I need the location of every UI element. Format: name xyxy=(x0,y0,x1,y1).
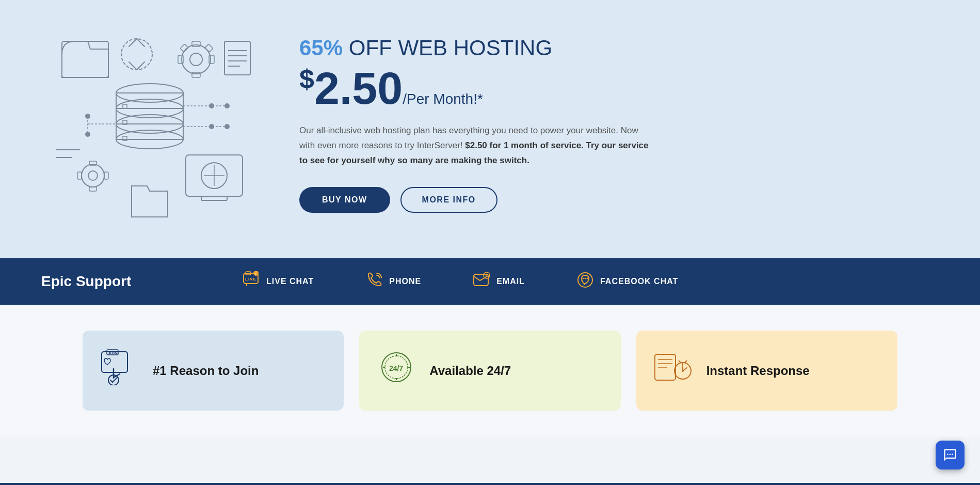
buy-now-button[interactable]: BUY NOW xyxy=(299,187,390,213)
facebook-chat-icon xyxy=(576,271,594,292)
instant-response-label: Instant Response xyxy=(706,364,810,378)
reason-to-join-label: #1 Reason to Join xyxy=(153,364,259,378)
svg-point-81 xyxy=(682,370,684,372)
chat-bubble-button[interactable] xyxy=(936,441,965,470)
available-24-7-label: Available 24/7 xyxy=(429,364,511,378)
epic-support-title: Epic Support xyxy=(41,273,217,290)
svg-point-82 xyxy=(947,453,949,455)
svg-rect-40 xyxy=(104,172,108,179)
svg-rect-22 xyxy=(123,104,127,108)
discount-rest: OFF WEB HOSTING xyxy=(343,36,552,60)
facebook-chat-item[interactable]: FACEBOOK CHAT xyxy=(551,258,704,305)
svg-point-84 xyxy=(952,453,953,455)
svg-line-78 xyxy=(685,361,687,363)
svg-point-36 xyxy=(88,171,98,180)
facebook-chat-label: FACEBOOK CHAT xyxy=(600,277,678,286)
svg-point-3 xyxy=(190,53,202,66)
instant-response-card: Instant Response xyxy=(636,331,897,411)
email-icon: @ xyxy=(473,271,490,292)
reason-to-join-icon: JOIN xyxy=(99,349,140,392)
hero-price: $2.50/Per Month!* xyxy=(299,66,671,111)
svg-rect-9 xyxy=(205,44,213,52)
phone-item[interactable]: PHONE xyxy=(340,258,447,305)
svg-text:JOIN: JOIN xyxy=(108,351,118,355)
hero-illustration xyxy=(41,26,258,222)
per-month-label: /Per Month!* xyxy=(403,91,483,107)
svg-rect-71 xyxy=(655,354,676,380)
svg-text:24/7: 24/7 xyxy=(389,364,403,372)
live-chat-icon: LIVE ! xyxy=(243,271,260,292)
phone-icon xyxy=(365,271,383,292)
chat-bubble-icon xyxy=(943,448,957,462)
more-info-button[interactable]: MORE INFO xyxy=(400,187,497,213)
svg-rect-0 xyxy=(62,41,108,77)
svg-rect-39 xyxy=(77,172,82,179)
svg-point-83 xyxy=(950,453,951,455)
phone-label: PHONE xyxy=(389,277,421,286)
available-24-7-card: 24/7 Available 24/7 xyxy=(359,331,620,411)
svg-point-58 xyxy=(584,277,586,279)
svg-point-35 xyxy=(82,164,104,187)
svg-point-1 xyxy=(121,39,152,70)
discount-percentage: 65% xyxy=(299,36,343,60)
dollar-sign: $ xyxy=(299,64,314,94)
cards-section: JOIN #1 Reason to Join 24/7 Avail xyxy=(0,305,980,436)
svg-point-59 xyxy=(586,277,588,279)
svg-rect-45 xyxy=(201,196,227,200)
svg-text:!: ! xyxy=(255,272,256,275)
hero-description: Our all-inclusive web hosting plan has e… xyxy=(299,123,650,168)
reason-to-join-card: JOIN #1 Reason to Join xyxy=(83,331,344,411)
email-label: EMAIL xyxy=(496,277,525,286)
hero-section: 65% OFF WEB HOSTING $2.50/Per Month!* Ou… xyxy=(0,0,980,258)
hero-discount-title: 65% OFF WEB HOSTING xyxy=(299,36,671,60)
support-items-list: LIVE ! LIVE CHAT PHONE xyxy=(217,258,939,305)
svg-rect-38 xyxy=(89,187,97,191)
price-value: 2.50 xyxy=(314,62,403,114)
live-chat-label: LIVE CHAT xyxy=(266,277,314,286)
live-chat-item[interactable]: LIVE ! LIVE CHAT xyxy=(217,258,340,305)
email-item[interactable]: @ EMAIL xyxy=(447,258,551,305)
available-24-7-icon: 24/7 xyxy=(376,349,417,392)
svg-line-77 xyxy=(679,361,681,363)
svg-point-57 xyxy=(582,277,584,279)
support-bar: Epic Support LIVE ! LIVE CHAT xyxy=(0,258,980,305)
instant-response-icon xyxy=(653,349,694,392)
svg-rect-16 xyxy=(116,93,183,108)
hero-content: 65% OFF WEB HOSTING $2.50/Per Month!* Ou… xyxy=(299,36,671,213)
svg-rect-20 xyxy=(116,124,183,139)
hero-buttons: BUY NOW MORE INFO xyxy=(299,187,671,213)
bottom-border xyxy=(0,483,980,485)
svg-rect-18 xyxy=(116,108,183,124)
svg-text:LIVE: LIVE xyxy=(245,277,256,281)
svg-rect-10 xyxy=(224,41,250,75)
